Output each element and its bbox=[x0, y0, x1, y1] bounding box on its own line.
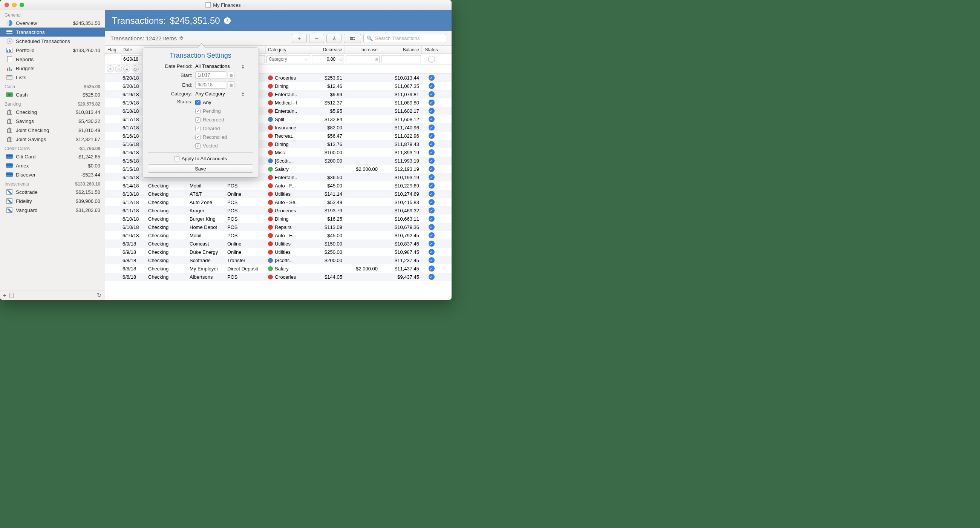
table-row[interactable]: 6/9/18 Checking Duke Energy Online Utili… bbox=[105, 248, 452, 256]
checkbox-icon[interactable]: ✓ bbox=[195, 126, 200, 131]
table-row[interactable]: 6/10/18 Checking Home Depot POS Repairs … bbox=[105, 223, 452, 231]
apply-all-row[interactable]: Apply to All Accounts bbox=[148, 156, 253, 161]
table-row[interactable]: 6/6/18 Checking Albertsons POS Groceries… bbox=[105, 273, 452, 281]
sidebar-item-budgets[interactable]: Budgets bbox=[0, 64, 105, 73]
sidebar-item-transactions[interactable]: Transactions bbox=[0, 27, 105, 37]
minimize-icon[interactable] bbox=[12, 3, 17, 7]
table-row[interactable]: 6/8/18 Checking My Employer Direct Depos… bbox=[105, 264, 452, 273]
chevron-updown-icon: ▴▾ bbox=[242, 91, 244, 97]
status-option[interactable]: ✓Voided bbox=[195, 142, 218, 149]
table-row[interactable]: 6/8/18 Checking Scottrade Transfer [Scot… bbox=[105, 256, 452, 264]
apply-all-checkbox[interactable] bbox=[174, 156, 180, 161]
col-category[interactable]: Category bbox=[266, 46, 311, 54]
view-mode-button[interactable]: ≡ ▴▾ bbox=[344, 34, 361, 43]
table-row[interactable]: 6/9/18 Checking Comcast Online Utilities… bbox=[105, 239, 452, 248]
sidebar-item-vanguard[interactable]: Vanguard$31,202.60 bbox=[0, 206, 105, 215]
status-option[interactable]: ✓Cleared bbox=[195, 125, 220, 132]
close-icon[interactable] bbox=[5, 3, 9, 7]
cell-date: 6/10/18 bbox=[120, 215, 146, 223]
checkbox-icon[interactable]: ✓ bbox=[195, 143, 200, 148]
cell-decrease bbox=[311, 165, 345, 173]
window-title[interactable]: My Finances ⌄ bbox=[205, 2, 246, 8]
cell-increase: $2,000.00 bbox=[345, 165, 380, 173]
split-button[interactable]: ⅄ bbox=[326, 34, 342, 43]
zoom-in-button[interactable]: + bbox=[107, 65, 114, 72]
gear-icon[interactable]: ✲ bbox=[179, 35, 184, 42]
sidebar-item-portfolio[interactable]: Portfolio$133,260.10 bbox=[0, 46, 105, 55]
checkbox-icon[interactable]: ✓ bbox=[195, 100, 200, 105]
sidebar-item-scheduled-transactions[interactable]: Scheduled Transactions bbox=[0, 37, 105, 46]
search-field[interactable]: 🔍 Search Transactions bbox=[363, 34, 446, 43]
status-option[interactable]: ✓Any bbox=[195, 99, 211, 106]
save-button[interactable]: Save bbox=[148, 164, 253, 173]
category-dot-icon bbox=[268, 150, 273, 155]
cell-date: 6/6/18 bbox=[120, 273, 146, 281]
category-filter-select[interactable]: Any Category bbox=[195, 91, 240, 97]
balance-input[interactable] bbox=[381, 55, 421, 63]
sidebar-item-cash[interactable]: Cash$525.00 bbox=[0, 90, 105, 99]
sidebar-item-joint-savings[interactable]: Joint Savings$12,321.67 bbox=[0, 135, 105, 144]
checkbox-icon[interactable]: ✓ bbox=[195, 135, 200, 140]
refresh-button[interactable]: ↻ bbox=[97, 292, 102, 299]
table-row[interactable]: 6/11/18 Checking Kroger POS Groceries $1… bbox=[105, 206, 452, 215]
col-increase[interactable]: Increase bbox=[345, 46, 380, 54]
attach-button[interactable]: ◇ bbox=[132, 65, 139, 72]
add-button[interactable]: + bbox=[292, 34, 307, 43]
sidebar-item-reports[interactable]: Reports bbox=[0, 55, 105, 64]
split-mini-button[interactable]: ⅄ bbox=[123, 65, 130, 72]
sidebar-item-label: Fidelity bbox=[16, 198, 73, 204]
start-date-input[interactable] bbox=[195, 71, 226, 79]
check-icon: ✓ bbox=[429, 191, 434, 197]
bank-icon bbox=[6, 136, 13, 142]
bank-icon bbox=[6, 118, 13, 124]
col-status[interactable]: Status bbox=[422, 46, 441, 54]
date-period-select[interactable]: All Transactions bbox=[195, 63, 240, 69]
cell-category: Dining bbox=[266, 82, 311, 90]
status-option[interactable]: ✓Recorded bbox=[195, 116, 224, 123]
status-toggle[interactable] bbox=[428, 56, 435, 62]
calendar-icon[interactable]: ▦ bbox=[228, 72, 234, 78]
cell-type: Transfer bbox=[225, 256, 266, 264]
table-row[interactable]: 6/10/18 Checking Mobil POS Auto - F... $… bbox=[105, 231, 452, 239]
status-option[interactable]: ✓Reconciled bbox=[195, 134, 227, 141]
start-label: Start: bbox=[148, 72, 192, 78]
remove-button[interactable]: − bbox=[309, 34, 324, 43]
sidebar-item-overview[interactable]: Overview$245,351.50 bbox=[0, 19, 105, 27]
sidebar-item-citi-card[interactable]: Citi Card-$1,242.65 bbox=[0, 152, 105, 161]
sidebar-item-checking[interactable]: Checking$10,813.44 bbox=[0, 107, 105, 116]
cell-balance: $10,663.11 bbox=[380, 215, 422, 223]
table-row[interactable]: 6/13/18 Checking AT&T Online Utilities $… bbox=[105, 190, 452, 198]
sidebar-group-header: Credit Cards-$1,766.09 bbox=[0, 144, 105, 152]
col-decrease[interactable]: Decrease bbox=[311, 46, 345, 54]
transaction-settings-popover: Transaction Settings Date Period: All Tr… bbox=[142, 48, 259, 178]
table-row[interactable]: 6/14/18 Checking Mobil POS Auto - F... $… bbox=[105, 182, 452, 190]
cell-increase bbox=[345, 182, 380, 190]
cell-increase bbox=[345, 231, 380, 239]
zoom-out-button[interactable]: − bbox=[115, 65, 122, 72]
sidebar-item-savings[interactable]: Savings$5,430.22 bbox=[0, 116, 105, 126]
sidebar-item-amex[interactable]: Amex$0.00 bbox=[0, 161, 105, 170]
checkbox-icon[interactable]: ✓ bbox=[195, 117, 200, 123]
category-input[interactable] bbox=[266, 55, 310, 63]
header-amount: $245,351.50 bbox=[170, 16, 220, 26]
table-row[interactable]: 6/10/18 Checking Burger King POS Dining … bbox=[105, 215, 452, 223]
sidebar-item-lists[interactable]: Lists bbox=[0, 73, 105, 82]
add-account-button[interactable]: + bbox=[3, 292, 6, 298]
col-flag[interactable]: Flag bbox=[105, 46, 120, 54]
calendar-icon[interactable]: ▦ bbox=[228, 81, 234, 88]
sidebar-item-fidelity[interactable]: Fidelity$39,906.00 bbox=[0, 196, 105, 206]
zoom-icon[interactable] bbox=[20, 3, 24, 7]
col-balance[interactable]: Balance bbox=[380, 46, 422, 54]
date-input[interactable] bbox=[121, 55, 145, 63]
checkbox-icon[interactable]: ✓ bbox=[195, 108, 200, 114]
status-option[interactable]: ✓Pending bbox=[195, 107, 221, 115]
collapse-button[interactable]: ^ bbox=[10, 293, 14, 298]
sidebar-item-label: Amex bbox=[16, 163, 85, 169]
sidebar-item-discover[interactable]: Discover-$523.44 bbox=[0, 170, 105, 179]
sidebar-item-scottrade[interactable]: Scottrade$62,151.50 bbox=[0, 187, 105, 196]
sidebar-item-joint-checking[interactable]: Joint Checking$1,010.49 bbox=[0, 126, 105, 135]
end-date-input[interactable] bbox=[195, 81, 226, 89]
table-row[interactable]: 6/12/18 Checking Auto Zone POS Auto - Se… bbox=[105, 198, 452, 206]
info-icon[interactable]: i bbox=[224, 18, 231, 24]
sidebar-item-label: Savings bbox=[16, 118, 75, 124]
